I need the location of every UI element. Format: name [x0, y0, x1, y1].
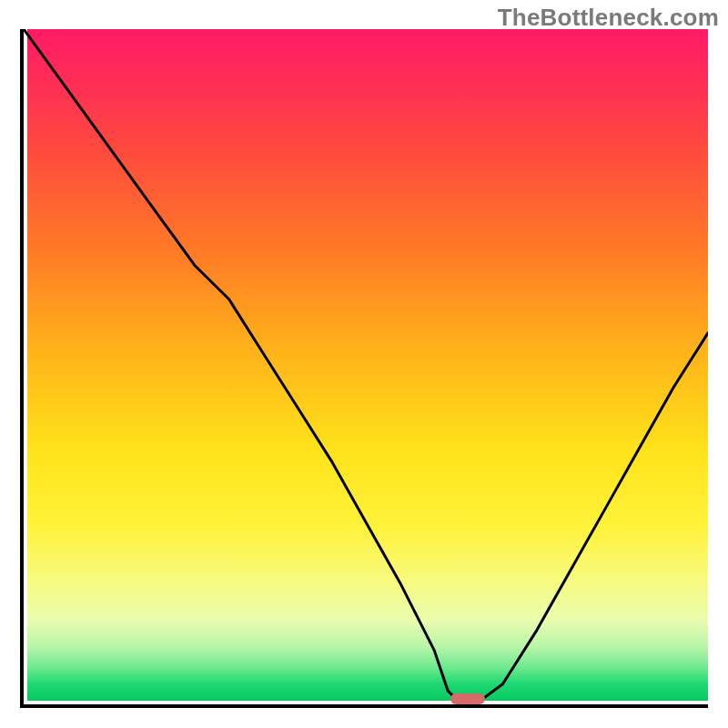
chart-container: TheBottleneck.com [0, 0, 728, 728]
minimum-marker [450, 693, 485, 704]
background-gradient [27, 29, 708, 701]
plot-area [20, 29, 708, 708]
watermark-text: TheBottleneck.com [498, 4, 719, 32]
